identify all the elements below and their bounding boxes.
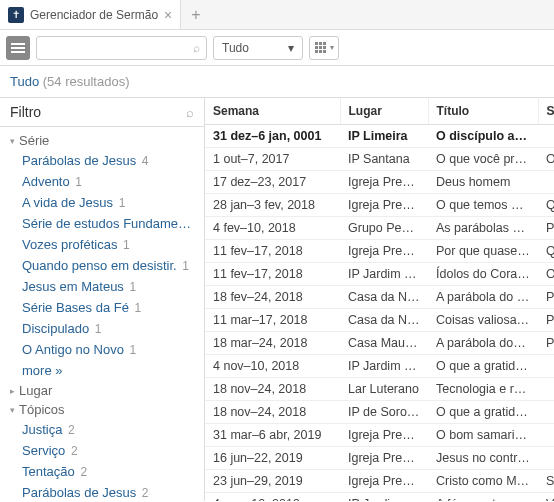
filter-item[interactable]: Advento 1 xyxy=(0,171,204,192)
cell-lugar: Casa Mauro e… xyxy=(340,332,428,355)
filter-item[interactable]: Parábolas de Jesus 2 xyxy=(0,482,204,497)
cell-lugar: Lar Luterano xyxy=(340,378,428,401)
cell-semana: 31 dez–6 jan, 0001 xyxy=(205,125,340,148)
cell-titulo: Tecnologia e rela… xyxy=(428,378,538,401)
cell-serie: Vozes pr xyxy=(538,493,554,502)
cell-semana: 1 out–7, 2017 xyxy=(205,148,340,171)
table-row[interactable]: 23 jun–29, 2019Igreja Presbit…Cristo com… xyxy=(205,470,554,493)
filter-item[interactable]: A vida de Jesus 1 xyxy=(0,192,204,213)
filter-item[interactable]: Discipulado 1 xyxy=(0,318,204,339)
col-header-lugar[interactable]: Lugar xyxy=(340,98,428,125)
table-row[interactable]: 16 jun–22, 2019Igreja Presbit…Jesus no c… xyxy=(205,447,554,470)
filter-sidebar: Filtro ⌕ ▾SérieParábolas de Jesus 4Adven… xyxy=(0,97,205,501)
cell-semana: 11 fev–17, 2018 xyxy=(205,263,340,286)
table-row[interactable]: 1 out–7, 2017IP SantanaO que você preci…… xyxy=(205,148,554,171)
table-row[interactable]: 18 mar–24, 2018Casa Mauro e…A parábola d… xyxy=(205,332,554,355)
add-tab-button[interactable]: + xyxy=(181,6,210,24)
cell-semana: 11 fev–17, 2018 xyxy=(205,240,340,263)
cell-semana: 28 jan–3 fev, 2018 xyxy=(205,194,340,217)
cell-titulo: O que a gratidão … xyxy=(428,401,538,424)
cell-lugar: Igreja Presbit… xyxy=(340,470,428,493)
cell-semana: 4 ago–10, 2019 xyxy=(205,493,340,502)
table-row[interactable]: 11 fev–17, 2018IP Jardim Sa…Ídolos do Co… xyxy=(205,263,554,286)
filter-item[interactable]: more » xyxy=(0,360,204,381)
table-container: Semana Lugar Título Série 31 dez–6 jan, … xyxy=(205,97,554,501)
cell-lugar: Casa da Noel… xyxy=(340,309,428,332)
table-row[interactable]: 4 fev–10, 2018Grupo Peque…As parábolas d… xyxy=(205,217,554,240)
filter-header: Filtro ⌕ xyxy=(0,97,204,127)
cell-titulo: A parábola dos tr… xyxy=(428,332,538,355)
results-summary: Tudo (54 resultados) xyxy=(0,66,554,97)
cell-serie: Os 10 m xyxy=(538,263,554,286)
cell-lugar: IP Jardim Sa… xyxy=(340,355,428,378)
filter-item-label: Série de estudos Fundame… xyxy=(22,216,191,231)
filter-item[interactable]: Série de estudos Fundame… xyxy=(0,213,204,234)
results-label[interactable]: Tudo xyxy=(10,74,39,89)
table-row[interactable]: 11 fev–17, 2018Igreja Presbit…Por que qu… xyxy=(205,240,554,263)
filter-item[interactable]: O Antigo no Novo 1 xyxy=(0,339,204,360)
filter-item[interactable]: Serviço 2 xyxy=(0,440,204,461)
cell-titulo: O que você preci… xyxy=(428,148,538,171)
cell-semana: 4 fev–10, 2018 xyxy=(205,217,340,240)
cell-semana: 18 fev–24, 2018 xyxy=(205,286,340,309)
cell-titulo: Coisas valiosas e… xyxy=(428,309,538,332)
table-row[interactable]: 17 dez–23, 2017Igreja Presbit…Deus homem xyxy=(205,171,554,194)
table-row[interactable]: 18 nov–24, 2018Lar LuteranoTecnologia e … xyxy=(205,378,554,401)
filter-item-count: 4 xyxy=(142,154,149,168)
cell-titulo: Jesus no control… xyxy=(428,447,538,470)
tab-bar: ✝ Gerenciador de Sermão × + xyxy=(0,0,554,30)
col-header-semana[interactable]: Semana xyxy=(205,98,340,125)
filter-item-label: Parábolas de Jesus xyxy=(22,153,136,168)
search-icon[interactable]: ⌕ xyxy=(193,41,200,55)
table-row[interactable]: 31 mar–6 abr, 2019Igreja Presbit…O bom s… xyxy=(205,424,554,447)
filter-item[interactable]: Quando penso em desistir. 1 xyxy=(0,255,204,276)
cell-lugar: Igreja Presbit… xyxy=(340,240,428,263)
filter-item[interactable]: Vozes proféticas 1 xyxy=(0,234,204,255)
cell-serie: Parábola xyxy=(538,217,554,240)
filter-item-count: 1 xyxy=(119,196,126,210)
filter-group[interactable]: ▾Tópicos xyxy=(0,400,204,419)
filter-item-label: Vozes proféticas xyxy=(22,237,117,252)
menu-button[interactable] xyxy=(6,36,30,60)
table-row[interactable]: 18 fev–24, 2018Casa da Noel…A parábola d… xyxy=(205,286,554,309)
filter-item-count: 1 xyxy=(95,322,102,336)
cell-lugar: Igreja Presbit… xyxy=(340,424,428,447)
table-row[interactable]: 18 nov–24, 2018IP de SorocabaO que a gra… xyxy=(205,401,554,424)
filter-dropdown[interactable]: Tudo ▾ xyxy=(213,36,303,60)
col-header-titulo[interactable]: Título xyxy=(428,98,538,125)
filter-item[interactable]: Justiça 2 xyxy=(0,419,204,440)
table-row[interactable]: 11 mar–17, 2018Casa da Noel…Coisas valio… xyxy=(205,309,554,332)
view-mode-button[interactable]: ▾ xyxy=(309,36,339,60)
cell-serie: O Antigo xyxy=(538,148,554,171)
filter-item-count: 2 xyxy=(68,423,75,437)
filter-item[interactable]: Tentação 2 xyxy=(0,461,204,482)
table-row[interactable]: 4 ago–10, 2019IP Jardim Sa…A fé que atua… xyxy=(205,493,554,502)
search-input[interactable] xyxy=(43,41,193,55)
filter-item[interactable]: Parábolas de Jesus 4 xyxy=(0,150,204,171)
table-row[interactable]: 28 jan–3 fev, 2018Igreja Presbit…O que t… xyxy=(205,194,554,217)
cell-lugar: Igreja Presbit… xyxy=(340,171,428,194)
cell-serie xyxy=(538,401,554,424)
col-header-serie[interactable]: Série xyxy=(538,98,554,125)
cell-serie: Série de xyxy=(538,470,554,493)
table-row[interactable]: 31 dez–6 jan, 0001IP LimeiraO discípulo … xyxy=(205,125,554,148)
filter-item-label: Jesus em Mateus xyxy=(22,279,124,294)
toolbar: ⌕ Tudo ▾ ▾ xyxy=(0,30,554,66)
filter-group[interactable]: ▾Série xyxy=(0,131,204,150)
tab-active[interactable]: ✝ Gerenciador de Sermão × xyxy=(0,0,181,29)
filter-item-label: Advento xyxy=(22,174,70,189)
cell-lugar: IP Santana xyxy=(340,148,428,171)
table-row[interactable]: 4 nov–10, 2018IP Jardim Sa…O que a grati… xyxy=(205,355,554,378)
cell-semana: 18 nov–24, 2018 xyxy=(205,401,340,424)
filter-search-icon[interactable]: ⌕ xyxy=(186,105,194,120)
filter-item-count: 2 xyxy=(80,465,87,479)
close-icon[interactable]: × xyxy=(164,7,172,23)
filter-group[interactable]: ▸Lugar xyxy=(0,381,204,400)
filter-item[interactable]: Jesus em Mateus 1 xyxy=(0,276,204,297)
cell-titulo: As parábolas de… xyxy=(428,217,538,240)
search-box[interactable]: ⌕ xyxy=(36,36,207,60)
cell-titulo: Deus homem xyxy=(428,171,538,194)
cell-serie xyxy=(538,355,554,378)
hamburger-icon xyxy=(11,47,25,49)
filter-item[interactable]: Série Bases da Fé 1 xyxy=(0,297,204,318)
